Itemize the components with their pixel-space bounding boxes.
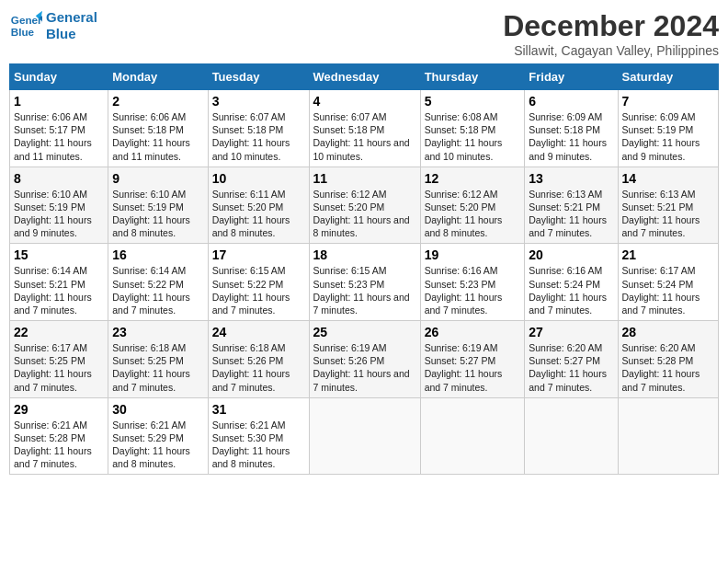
day-number: 19 <box>425 247 521 262</box>
cell-info: Sunrise: 6:19 AMSunset: 5:27 PMDaylight:… <box>425 342 503 393</box>
cell-info: Sunrise: 6:06 AMSunset: 5:17 PMDaylight:… <box>14 111 92 162</box>
calendar-cell: 20Sunrise: 6:16 AMSunset: 5:24 PMDayligh… <box>525 244 618 321</box>
cell-info: Sunrise: 6:20 AMSunset: 5:27 PMDaylight:… <box>529 342 607 393</box>
calendar-cell <box>525 397 618 475</box>
calendar-table: SundayMondayTuesdayWednesdayThursdayFrid… <box>9 63 719 475</box>
calendar-cell: 19Sunrise: 6:16 AMSunset: 5:23 PMDayligh… <box>420 244 525 321</box>
cell-info: Sunrise: 6:17 AMSunset: 5:24 PMDaylight:… <box>622 265 700 316</box>
calendar-cell: 2Sunrise: 6:06 AMSunset: 5:18 PMDaylight… <box>108 90 208 167</box>
day-number: 13 <box>529 171 613 186</box>
cell-info: Sunrise: 6:19 AMSunset: 5:26 PMDaylight:… <box>313 342 410 393</box>
calendar-cell: 14Sunrise: 6:13 AMSunset: 5:21 PMDayligh… <box>618 167 719 244</box>
cell-info: Sunrise: 6:12 AMSunset: 5:20 PMDaylight:… <box>425 189 503 239</box>
cell-info: Sunrise: 6:21 AMSunset: 5:29 PMDaylight:… <box>112 419 190 470</box>
calendar-body: 1Sunrise: 6:06 AMSunset: 5:17 PMDaylight… <box>10 90 719 475</box>
calendar-cell: 8Sunrise: 6:10 AMSunset: 5:19 PMDaylight… <box>10 167 108 244</box>
calendar-cell: 1Sunrise: 6:06 AMSunset: 5:17 PMDaylight… <box>10 90 108 167</box>
cell-info: Sunrise: 6:18 AMSunset: 5:25 PMDaylight:… <box>112 342 190 393</box>
day-number: 31 <box>212 402 305 417</box>
calendar-cell: 12Sunrise: 6:12 AMSunset: 5:20 PMDayligh… <box>420 167 525 244</box>
calendar-day-header: Tuesday <box>208 64 309 90</box>
cell-info: Sunrise: 6:08 AMSunset: 5:18 PMDaylight:… <box>425 111 503 162</box>
calendar-cell: 13Sunrise: 6:13 AMSunset: 5:21 PMDayligh… <box>525 167 618 244</box>
day-number: 23 <box>112 325 203 339</box>
calendar-cell: 3Sunrise: 6:07 AMSunset: 5:18 PMDaylight… <box>208 90 309 167</box>
svg-text:Blue: Blue <box>11 26 35 38</box>
calendar-cell: 24Sunrise: 6:18 AMSunset: 5:26 PMDayligh… <box>208 321 309 398</box>
cell-info: Sunrise: 6:11 AMSunset: 5:20 PMDaylight:… <box>212 189 290 239</box>
calendar-cell: 28Sunrise: 6:20 AMSunset: 5:28 PMDayligh… <box>618 321 719 398</box>
calendar-week-row: 29Sunrise: 6:21 AMSunset: 5:28 PMDayligh… <box>10 397 719 475</box>
page-subtitle: Sillawit, Cagayan Valley, Philippines <box>503 43 719 58</box>
cell-info: Sunrise: 6:07 AMSunset: 5:18 PMDaylight:… <box>212 111 290 162</box>
day-number: 28 <box>622 325 715 339</box>
cell-info: Sunrise: 6:10 AMSunset: 5:19 PMDaylight:… <box>14 189 92 239</box>
day-number: 7 <box>622 94 715 109</box>
cell-info: Sunrise: 6:06 AMSunset: 5:18 PMDaylight:… <box>112 111 190 162</box>
calendar-cell: 27Sunrise: 6:20 AMSunset: 5:27 PMDayligh… <box>525 321 618 398</box>
calendar-cell: 9Sunrise: 6:10 AMSunset: 5:19 PMDaylight… <box>108 167 208 244</box>
calendar-cell: 26Sunrise: 6:19 AMSunset: 5:27 PMDayligh… <box>420 321 525 398</box>
day-number: 10 <box>212 171 305 186</box>
day-number: 1 <box>14 94 104 109</box>
logo-icon: General Blue <box>9 9 42 42</box>
calendar-cell: 30Sunrise: 6:21 AMSunset: 5:29 PMDayligh… <box>108 397 208 475</box>
calendar-day-header: Monday <box>108 64 208 90</box>
calendar-cell <box>309 397 420 475</box>
day-number: 18 <box>313 247 416 262</box>
page-title: December 2024 <box>503 9 719 43</box>
day-number: 8 <box>14 171 104 186</box>
calendar-week-row: 15Sunrise: 6:14 AMSunset: 5:21 PMDayligh… <box>10 244 719 321</box>
calendar-cell: 6Sunrise: 6:09 AMSunset: 5:18 PMDaylight… <box>525 90 618 167</box>
day-number: 6 <box>529 94 613 109</box>
calendar-cell: 4Sunrise: 6:07 AMSunset: 5:18 PMDaylight… <box>309 90 420 167</box>
day-number: 27 <box>529 325 613 339</box>
cell-info: Sunrise: 6:13 AMSunset: 5:21 PMDaylight:… <box>622 189 700 239</box>
cell-info: Sunrise: 6:16 AMSunset: 5:23 PMDaylight:… <box>425 265 503 316</box>
day-number: 21 <box>622 247 715 262</box>
cell-info: Sunrise: 6:09 AMSunset: 5:18 PMDaylight:… <box>529 111 607 162</box>
day-number: 12 <box>425 171 521 186</box>
cell-info: Sunrise: 6:16 AMSunset: 5:24 PMDaylight:… <box>529 265 607 316</box>
day-number: 2 <box>112 94 203 109</box>
cell-info: Sunrise: 6:10 AMSunset: 5:19 PMDaylight:… <box>112 189 190 239</box>
day-number: 3 <box>212 94 305 109</box>
calendar-day-header: Sunday <box>10 64 108 90</box>
day-number: 5 <box>425 94 521 109</box>
title-area: December 2024 Sillawit, Cagayan Valley, … <box>503 9 719 58</box>
cell-info: Sunrise: 6:20 AMSunset: 5:28 PMDaylight:… <box>622 342 700 393</box>
calendar-cell <box>618 397 719 475</box>
calendar-day-header: Thursday <box>420 64 525 90</box>
logo-text: GeneralBlue <box>46 9 97 42</box>
calendar-week-row: 22Sunrise: 6:17 AMSunset: 5:25 PMDayligh… <box>10 321 719 398</box>
day-number: 4 <box>313 94 416 109</box>
calendar-day-header: Wednesday <box>309 64 420 90</box>
cell-info: Sunrise: 6:21 AMSunset: 5:28 PMDaylight:… <box>14 419 92 470</box>
calendar-cell: 16Sunrise: 6:14 AMSunset: 5:22 PMDayligh… <box>108 244 208 321</box>
cell-info: Sunrise: 6:07 AMSunset: 5:18 PMDaylight:… <box>313 111 410 162</box>
calendar-week-row: 8Sunrise: 6:10 AMSunset: 5:19 PMDaylight… <box>10 167 719 244</box>
calendar-cell: 23Sunrise: 6:18 AMSunset: 5:25 PMDayligh… <box>108 321 208 398</box>
day-number: 29 <box>14 402 104 417</box>
day-number: 26 <box>425 325 521 339</box>
calendar-cell: 21Sunrise: 6:17 AMSunset: 5:24 PMDayligh… <box>618 244 719 321</box>
cell-info: Sunrise: 6:12 AMSunset: 5:20 PMDaylight:… <box>313 189 410 239</box>
calendar-cell: 31Sunrise: 6:21 AMSunset: 5:30 PMDayligh… <box>208 397 309 475</box>
day-number: 17 <box>212 247 305 262</box>
cell-info: Sunrise: 6:17 AMSunset: 5:25 PMDaylight:… <box>14 342 92 393</box>
calendar-cell: 25Sunrise: 6:19 AMSunset: 5:26 PMDayligh… <box>309 321 420 398</box>
day-number: 22 <box>14 325 104 339</box>
day-number: 24 <box>212 325 305 339</box>
calendar-cell: 15Sunrise: 6:14 AMSunset: 5:21 PMDayligh… <box>10 244 108 321</box>
page-header: General Blue GeneralBlue December 2024 S… <box>9 9 719 58</box>
day-number: 20 <box>529 247 613 262</box>
cell-info: Sunrise: 6:09 AMSunset: 5:19 PMDaylight:… <box>622 111 700 162</box>
calendar-cell: 18Sunrise: 6:15 AMSunset: 5:23 PMDayligh… <box>309 244 420 321</box>
calendar-day-header: Friday <box>525 64 618 90</box>
calendar-day-header: Saturday <box>618 64 719 90</box>
calendar-week-row: 1Sunrise: 6:06 AMSunset: 5:17 PMDaylight… <box>10 90 719 167</box>
calendar-cell: 17Sunrise: 6:15 AMSunset: 5:22 PMDayligh… <box>208 244 309 321</box>
cell-info: Sunrise: 6:14 AMSunset: 5:21 PMDaylight:… <box>14 265 92 316</box>
day-number: 11 <box>313 171 416 186</box>
cell-info: Sunrise: 6:14 AMSunset: 5:22 PMDaylight:… <box>112 265 190 316</box>
